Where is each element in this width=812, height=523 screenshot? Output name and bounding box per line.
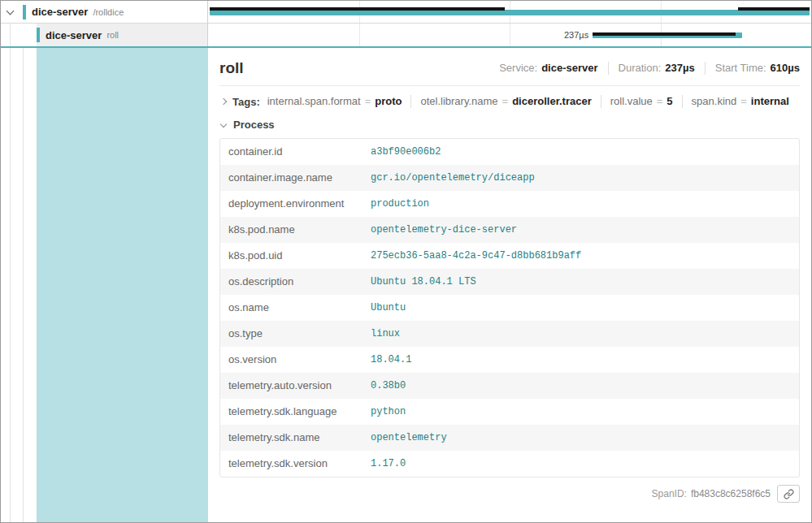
process-key: deployment.environment xyxy=(220,191,363,217)
tags-label: Tags: xyxy=(232,96,260,108)
tree-gutter xyxy=(1,48,208,522)
tag-key: internal.span.format xyxy=(267,95,361,108)
tag-item: roll.value = 5 xyxy=(601,95,673,108)
meta-item: Start Time: 610µs xyxy=(705,62,800,75)
meta-label: Duration: xyxy=(619,62,662,75)
process-key: container.image.name xyxy=(220,165,363,191)
tag-value: proto xyxy=(375,95,402,108)
process-key: k8s.pod.uid xyxy=(220,243,363,269)
tree-indent xyxy=(1,24,37,46)
meta-item: Service: dice-server xyxy=(499,62,597,75)
span-duration-label: 237µs xyxy=(564,29,588,41)
span-service-name: dice-server xyxy=(32,6,88,18)
tag-item: otel.library.name = diceroller.tracer xyxy=(410,95,591,108)
span-detail-panel: roll Service: dice-server Duration: 237µ… xyxy=(208,48,811,522)
timeline-gridline xyxy=(359,24,360,46)
critical-path-segment xyxy=(738,7,810,11)
process-value: opentelemetry-dice-server xyxy=(363,217,799,243)
table-row: os.name Ubuntu xyxy=(220,295,799,321)
span-name-cell-roll[interactable]: dice-server roll xyxy=(1,24,208,46)
tag-equals-sign: = xyxy=(657,95,663,108)
process-value: linux xyxy=(363,321,799,347)
collapse-children-chevron-icon[interactable] xyxy=(7,6,15,15)
tag-equals-sign: = xyxy=(502,95,509,108)
table-row: telemetry.sdk.version 1.17.0 xyxy=(220,451,799,477)
process-value: Ubuntu 18.04.1 LTS xyxy=(363,269,799,295)
timeline-track-roll[interactable]: 237µs xyxy=(208,24,811,46)
table-row: os.description Ubuntu 18.04.1 LTS xyxy=(220,269,799,295)
span-bar-rolldice[interactable] xyxy=(210,10,810,15)
timeline-track-rolldice[interactable] xyxy=(208,1,811,23)
process-key: os.name xyxy=(220,295,363,321)
table-row: k8s.pod.uid 275ecb36-5aa8-4c2a-9c47-d8bb… xyxy=(220,243,799,269)
table-row: telemetry.sdk.name opentelemetry xyxy=(220,425,799,451)
table-row: deployment.environment production xyxy=(220,191,799,217)
tags-accordion-toggle[interactable]: Tags: internal.span.format = proto otel.… xyxy=(219,86,800,117)
process-key: os.description xyxy=(220,269,363,295)
process-value: Ubuntu xyxy=(363,295,799,321)
process-label: Process xyxy=(233,119,275,131)
process-key: os.version xyxy=(220,347,363,373)
tag-equals-sign: = xyxy=(740,95,747,108)
tag-value: internal xyxy=(751,95,789,108)
span-color-bar xyxy=(23,5,26,19)
process-value: python xyxy=(363,399,799,425)
table-row: os.version 18.04.1 xyxy=(220,347,799,373)
span-row-roll[interactable]: dice-server roll 237µs xyxy=(1,24,811,46)
tag-key: span.kind xyxy=(692,95,737,108)
process-value: production xyxy=(363,191,799,217)
tag-value: diceroller.tracer xyxy=(512,95,592,108)
chevron-right-icon xyxy=(220,98,227,105)
span-operation-name: roll xyxy=(106,30,119,40)
span-title: roll xyxy=(219,59,244,77)
process-value: gcr.io/opentelemetry/diceapp xyxy=(363,165,799,191)
tree-guide-line xyxy=(10,24,11,46)
span-row-rolldice[interactable]: dice-server /rolldice xyxy=(1,1,811,24)
process-value: 275ecb36-5aa8-4c2a-9c47-d8bb681b9aff xyxy=(363,243,799,269)
span-meta: Service: dice-server Duration: 237µs Sta… xyxy=(499,62,800,75)
table-row: telemetry.sdk.language python xyxy=(220,399,799,425)
process-key: telemetry.sdk.version xyxy=(220,451,363,477)
critical-path-segment xyxy=(210,7,505,11)
link-icon xyxy=(784,489,794,499)
process-key: telemetry.auto.version xyxy=(220,373,363,399)
tag-item: span.kind = internal xyxy=(682,95,789,108)
process-value: 18.04.1 xyxy=(363,347,799,373)
span-service-name: dice-server xyxy=(46,29,102,41)
tree-guide-line xyxy=(10,48,11,522)
span-detail-header: roll Service: dice-server Duration: 237µ… xyxy=(219,54,800,86)
process-key: telemetry.sdk.language xyxy=(220,399,363,425)
meta-label: Service: xyxy=(499,62,537,75)
meta-value: dice-server xyxy=(541,62,597,75)
process-value: 0.38b0 xyxy=(363,373,799,399)
process-table: container.id a3bf90e006b2 container.imag… xyxy=(219,138,800,478)
tag-equals-sign: = xyxy=(365,95,371,108)
critical-path-segment xyxy=(593,32,736,36)
table-row: container.image.name gcr.io/opentelemetr… xyxy=(220,165,799,191)
span-name-cell-rolldice[interactable]: dice-server /rolldice xyxy=(1,1,208,23)
jaeger-trace-detail-view: dice-server /rolldice dice-server roll 2… xyxy=(0,0,812,523)
tag-key: roll.value xyxy=(610,95,653,108)
tree-guide-line xyxy=(23,48,24,522)
process-accordion-toggle[interactable]: Process xyxy=(219,117,800,138)
copy-link-button[interactable] xyxy=(777,485,800,503)
meta-item: Duration: 237µs xyxy=(608,62,695,75)
process-key: telemetry.sdk.name xyxy=(220,425,363,451)
span-id-label: SpanID: xyxy=(652,488,687,499)
meta-label: Start Time: xyxy=(715,62,766,75)
process-key: os.type xyxy=(220,321,363,347)
process-value: opentelemetry xyxy=(363,425,799,451)
tags-summary: internal.span.format = proto otel.librar… xyxy=(267,95,789,108)
tag-item: internal.span.format = proto xyxy=(267,95,402,108)
table-row: k8s.pod.name opentelemetry-dice-server xyxy=(220,217,799,243)
timeline-gridline xyxy=(510,24,510,46)
selected-span-highlight xyxy=(37,48,208,522)
chevron-down-icon xyxy=(220,120,227,127)
span-detail-row: roll Service: dice-server Duration: 237µ… xyxy=(1,46,811,522)
span-color-bar xyxy=(37,28,40,42)
table-row: telemetry.auto.version 0.38b0 xyxy=(220,373,799,399)
tag-key: otel.library.name xyxy=(420,95,497,108)
meta-value: 237µs xyxy=(665,62,694,75)
span-operation-name: /rolldice xyxy=(93,7,124,17)
process-value: a3bf90e006b2 xyxy=(363,139,799,165)
